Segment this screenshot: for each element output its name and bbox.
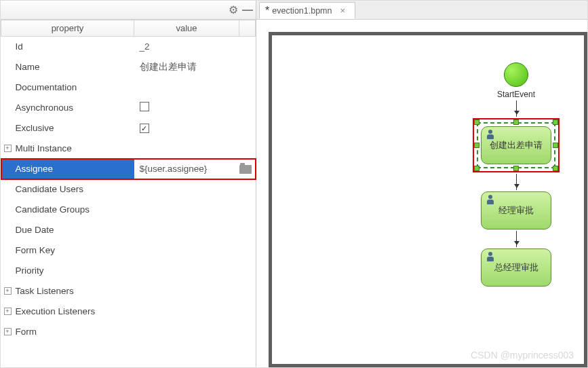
label-candidate-users: Candidate Users — [16, 184, 84, 194]
resize-handle[interactable] — [474, 119, 479, 125]
task-label: 总经理审批 — [494, 262, 538, 274]
properties-panel: ⚙ — property value Id _2 Name 创建出差申请 — [1, 1, 256, 367]
editor-tab-bar: * evection1.bpmn × — [256, 1, 587, 20]
row-priority[interactable]: Priority — [1, 261, 256, 281]
gear-icon[interactable]: ⚙ — [229, 3, 238, 16]
label-priority: Priority — [16, 265, 44, 276]
sequence-flow-icon[interactable] — [516, 231, 517, 247]
close-icon[interactable]: × — [340, 5, 346, 16]
task-node-general-manager[interactable]: 总经理审批 — [481, 249, 551, 287]
expander-icon[interactable]: + — [4, 287, 12, 295]
user-task-icon — [486, 195, 495, 204]
task-node-manager[interactable]: 经理审批 — [481, 191, 551, 229]
expander-icon[interactable]: + — [4, 328, 12, 335]
label-exclusive: Exclusive — [16, 123, 54, 133]
label-id: Id — [16, 41, 23, 52]
row-execution-listeners[interactable]: +Execution Listeners — [1, 301, 256, 322]
properties-table: property value Id _2 Name 创建出差申请 Docume — [1, 20, 256, 342]
task-node-create[interactable]: 创建出差申请 — [481, 126, 551, 164]
label-form: Form — [16, 327, 37, 337]
sequence-flow-icon[interactable] — [516, 174, 517, 190]
row-exclusive[interactable]: Exclusive ✓ — [1, 118, 256, 139]
user-task-icon — [486, 252, 495, 261]
resize-handle[interactable] — [474, 166, 479, 171]
header-value: value — [134, 20, 239, 37]
editor-pane: * evection1.bpmn × StartEvent — [256, 1, 587, 367]
label-documentation: Documentation — [16, 82, 77, 92]
label-due-date: Due Date — [16, 225, 54, 235]
sequence-flow-icon[interactable] — [516, 100, 517, 117]
user-task-icon — [486, 130, 495, 139]
row-due-date[interactable]: Due Date — [1, 220, 256, 240]
row-name[interactable]: Name 创建出差申请 — [1, 57, 256, 77]
row-documentation[interactable]: Documentation — [1, 77, 256, 98]
label-execution-listeners: Execution Listeners — [16, 306, 96, 316]
tab-label: evection1.bpmn — [272, 6, 332, 16]
task-label: 创建出差申请 — [490, 140, 543, 151]
header-property: property — [1, 20, 134, 37]
resize-handle[interactable] — [513, 166, 519, 171]
label-form-key: Form Key — [16, 245, 56, 255]
annotation-highlight: 创建出差申请 — [473, 118, 560, 172]
row-candidate-groups[interactable]: Candidate Groups — [1, 200, 256, 220]
expander-icon[interactable]: + — [4, 308, 12, 315]
bpmn-canvas[interactable]: StartEvent — [269, 32, 587, 367]
label-assignee: Assignee — [16, 164, 54, 174]
start-event-label: StartEvent — [497, 90, 535, 99]
resize-handle[interactable] — [513, 119, 519, 125]
row-multi-instance[interactable]: +Multi Instance — [1, 139, 256, 159]
task-label: 经理审批 — [498, 205, 534, 217]
resize-handle[interactable] — [474, 143, 479, 148]
start-event-node[interactable] — [504, 62, 528, 87]
row-asynchronous[interactable]: Asynchronous — [1, 98, 256, 118]
label-task-listeners: Task Listeners — [16, 286, 74, 296]
label-name: Name — [16, 62, 40, 72]
resize-handle[interactable] — [553, 143, 558, 148]
row-id[interactable]: Id _2 — [1, 37, 256, 57]
value-name[interactable]: 创建出差申请 — [134, 61, 239, 73]
value-id[interactable]: _2 — [134, 41, 239, 52]
browse-icon[interactable] — [239, 165, 254, 174]
row-form[interactable]: +Form — [1, 322, 256, 342]
checkbox-asynchronous[interactable] — [140, 102, 149, 111]
row-form-key[interactable]: Form Key — [1, 240, 256, 261]
value-assignee[interactable]: ${user.assignee} — [134, 164, 239, 174]
checkbox-exclusive[interactable]: ✓ — [140, 124, 149, 133]
row-assignee[interactable]: Assignee ${user.assignee} — [1, 159, 256, 179]
row-candidate-users[interactable]: Candidate Users — [1, 179, 256, 200]
expander-icon[interactable]: + — [4, 145, 12, 152]
view-menu-bar: ⚙ — — [1, 1, 256, 20]
row-task-listeners[interactable]: +Task Listeners — [1, 281, 256, 301]
watermark: CSDN @myprincess003 — [471, 350, 574, 361]
label-multi-instance: Multi Instance — [16, 143, 72, 153]
label-candidate-groups: Candidate Groups — [16, 204, 90, 215]
tab-file[interactable]: * evection1.bpmn × — [259, 2, 355, 19]
minimize-icon[interactable]: — — [242, 4, 252, 16]
label-asynchronous: Asynchronous — [16, 103, 74, 113]
resize-handle[interactable] — [553, 119, 558, 125]
resize-handle[interactable] — [553, 166, 558, 171]
